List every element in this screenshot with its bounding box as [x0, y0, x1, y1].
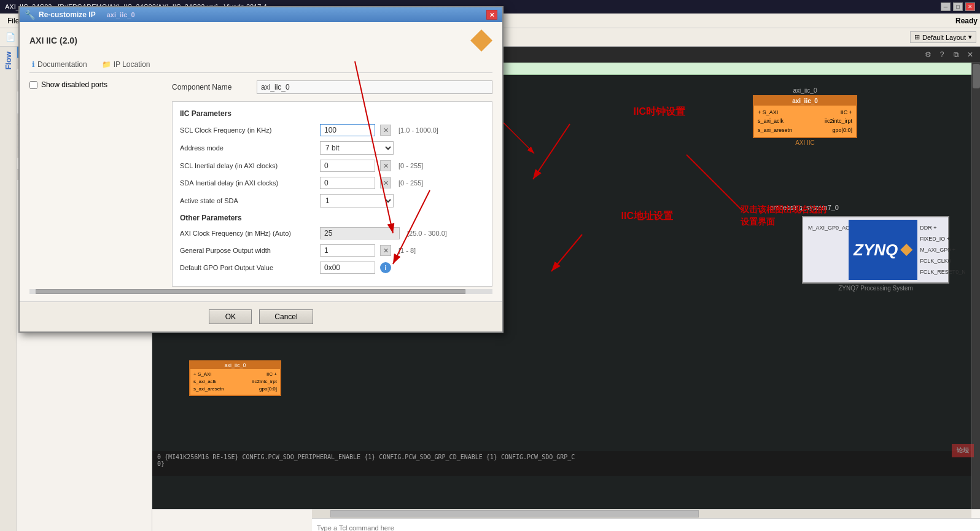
param-sda-delay-clear[interactable]: ✕	[380, 177, 391, 188]
dialog-overlay: 🔧 Re-customize IP axi_iic_0 ✕ AXI IIC (2…	[0, 0, 980, 531]
param-axi-clock: AXI Clock Frequency (in MHz) (Auto) [25.…	[180, 227, 484, 239]
dialog-icon: 🔧	[25, 10, 35, 20]
component-name-label: Component Name	[172, 83, 252, 91]
param-sda-delay-range: [0 - 255]	[399, 179, 423, 187]
param-axi-range: [25.0 - 300.0]	[407, 230, 447, 237]
other-params-title: Other Parameters	[180, 214, 484, 222]
param-gpo-default-input[interactable]	[320, 262, 375, 274]
show-disabled-ports-label: Show disabled ports	[41, 80, 107, 89]
param-gpo-default-label: Default GPO Port Output Value	[180, 264, 315, 271]
param-sda-delay-label: SDA Inertial delay (in AXI clocks)	[180, 179, 315, 187]
param-axi-input[interactable]	[320, 227, 400, 239]
param-scl-clock: SCL Clock Frequency (in KHz) ✕ [1.0 - 10…	[180, 124, 484, 136]
dialog-close-button[interactable]: ✕	[486, 10, 497, 20]
iic-parameters-section: IIC Parameters SCL Clock Frequency (in K…	[172, 101, 492, 287]
tab-documentation[interactable]: ℹ Documentation	[29, 59, 90, 70]
param-scl-delay: SCL Inertial delay (in AXI clocks) ✕ [0 …	[180, 160, 484, 172]
param-scl-delay-range: [0 - 255]	[399, 162, 423, 169]
param-gpo-clear[interactable]: ✕	[380, 245, 391, 256]
tab-label: Documentation	[37, 60, 87, 69]
dialog-horizontal-scrollbar[interactable]	[29, 289, 492, 294]
dialog-body: AXI IIC (2.0) ℹ Documentation 📁 IP Locat…	[20, 22, 502, 301]
param-scl-delay-label: SCL Inertial delay (in AXI clocks)	[180, 162, 315, 169]
component-name-row: Component Name	[172, 80, 492, 94]
param-sda-delay: SDA Inertial delay (in AXI clocks) ✕ [0 …	[180, 177, 484, 189]
dialog-title-text: Re-customize IP	[39, 10, 96, 19]
dialog-footer: OK Cancel	[20, 301, 502, 331]
param-gpo-default: Default GPO Port Output Value i	[180, 262, 484, 274]
ip-title-row: AXI IIC (2.0)	[29, 29, 492, 52]
param-sda-delay-input[interactable]	[320, 177, 375, 189]
param-sda-active-select[interactable]: 0 1	[320, 194, 394, 207]
param-scl-input[interactable]	[320, 124, 375, 136]
component-name-input[interactable]	[257, 80, 492, 94]
show-disabled-ports-row: Show disabled ports	[29, 80, 165, 89]
ok-button[interactable]: OK	[209, 309, 252, 324]
param-addr-select[interactable]: 7 bit 10 bit	[320, 141, 394, 155]
folder-icon: 📁	[102, 60, 111, 69]
param-sda-active-label: Active state of SDA	[180, 197, 315, 204]
param-addr-label: Address mode	[180, 144, 315, 152]
recustomize-ip-dialog: 🔧 Re-customize IP axi_iic_0 ✕ AXI IIC (2…	[18, 6, 504, 333]
info-icon: ℹ	[32, 60, 35, 69]
param-gpo-width: General Purpose Output width ✕ [1 - 8]	[180, 244, 484, 257]
iic-params-title: IIC Parameters	[180, 109, 484, 118]
param-gpo-input[interactable]	[320, 244, 375, 257]
cancel-button[interactable]: Cancel	[259, 309, 313, 324]
tab-ip-location[interactable]: 📁 IP Location	[99, 59, 153, 70]
vivado-diamond-logo	[470, 29, 492, 52]
dialog-right-column: Component Name IIC Parameters SCL Clock …	[172, 80, 492, 287]
dialog-title-left: 🔧 Re-customize IP axi_iic_0	[25, 10, 135, 20]
param-scl-delay-input[interactable]	[320, 160, 375, 172]
param-gpo-label: General Purpose Output width	[180, 247, 315, 254]
ip-title-text: AXI IIC (2.0)	[29, 36, 77, 45]
dialog-tabs: ℹ Documentation 📁 IP Location	[29, 59, 492, 73]
param-scl-label: SCL Clock Frequency (in KHz)	[180, 126, 315, 134]
param-gpo-range: [1 - 8]	[399, 247, 416, 254]
show-disabled-ports-checkbox[interactable]	[29, 81, 37, 89]
dialog-left-column: Show disabled ports	[29, 80, 165, 287]
svg-line-7	[504, 123, 534, 153]
dialog-title-bar: 🔧 Re-customize IP axi_iic_0 ✕	[20, 7, 502, 22]
param-scl-delay-clear[interactable]: ✕	[380, 160, 391, 171]
param-scl-clear[interactable]: ✕	[380, 125, 391, 136]
param-address-mode: Address mode 7 bit 10 bit	[180, 141, 484, 155]
dialog-subtitle: axi_iic_0	[107, 11, 135, 18]
dialog-content-area: Show disabled ports Component Name IIC P…	[29, 80, 492, 287]
param-scl-range: [1.0 - 1000.0]	[399, 126, 438, 134]
param-sda-active: Active state of SDA 0 1	[180, 194, 484, 207]
param-gpo-info-btn[interactable]: i	[380, 262, 391, 273]
dialog-scroll-thumb[interactable]	[36, 289, 465, 294]
param-axi-label: AXI Clock Frequency (in MHz) (Auto)	[180, 230, 315, 237]
tab-label: IP Location	[114, 60, 150, 69]
